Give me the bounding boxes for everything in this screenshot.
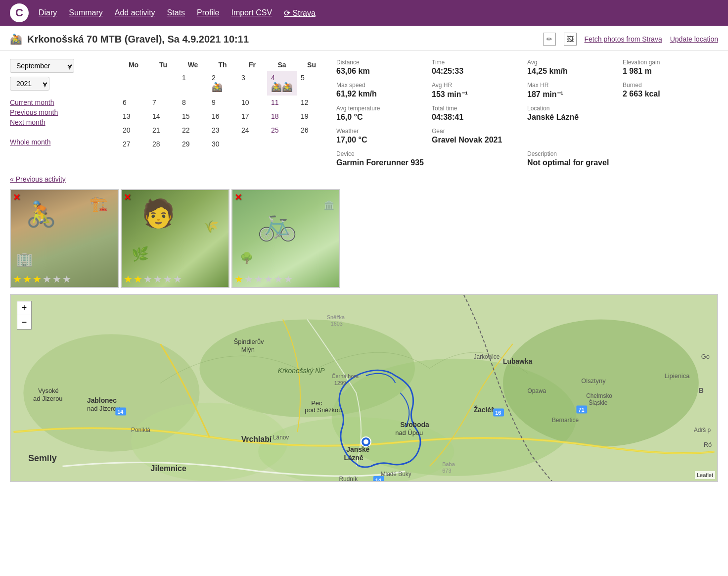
svg-text:ad Jizerou: ad Jizerou <box>33 395 62 402</box>
calendar-cell[interactable]: 13 <box>119 109 148 123</box>
stat-avg-temp: Avg temperature 16,0 °C <box>336 105 432 122</box>
nav-import-csv[interactable]: Import CSV <box>231 8 272 17</box>
previous-activity-link[interactable]: « Previous activity <box>10 175 66 183</box>
svg-text:1299: 1299 <box>334 380 346 386</box>
nav-strava[interactable]: ⟳ Strava <box>284 8 316 18</box>
zoom-in-button[interactable]: + <box>17 301 31 315</box>
calendar-cell[interactable]: 7 <box>148 96 178 109</box>
app-logo: C <box>10 3 29 22</box>
calendar-cell[interactable]: 20 <box>119 123 148 137</box>
calendar-cell[interactable]: 27 <box>119 137 148 151</box>
calendar-links: Current month Previous month Next month … <box>10 98 109 146</box>
calendar-cell[interactable]: 3 <box>237 71 267 96</box>
calendar-cell[interactable]: 10 <box>237 96 267 109</box>
map-zoom-controls: + − <box>17 301 32 330</box>
calendar-cell[interactable]: 29 <box>178 137 208 151</box>
calendar-cell[interactable]: 1 <box>178 71 208 96</box>
calendar-cell[interactable]: 16 <box>208 109 237 123</box>
calendar-cell[interactable]: 26 <box>297 123 326 137</box>
svg-text:Jilemnice: Jilemnice <box>151 464 186 473</box>
calendar-cell[interactable]: 21 <box>148 123 178 137</box>
svg-text:Jablonec: Jablonec <box>87 396 117 404</box>
stat-gear: Gear Gravel Novak 2021 <box>432 128 718 144</box>
stat-weather: Weather 17,00 °C <box>336 128 432 144</box>
stat-location: Location Janské Lázně <box>527 105 718 122</box>
calendar-cell[interactable]: 18 <box>267 109 297 123</box>
nav-profile[interactable]: Profile <box>197 8 219 17</box>
next-month-link[interactable]: Next month <box>10 118 109 126</box>
svg-text:Go: Go <box>701 353 710 360</box>
calendar-grid: Mo Tu We Th Fr Sa Su 12🚵34🚵🚵567891011121… <box>119 59 326 167</box>
cal-header-we: We <box>178 59 208 71</box>
zoom-out-button[interactable]: − <box>17 315 31 329</box>
photo-delete-1[interactable]: ✕ <box>13 192 20 203</box>
update-location-link[interactable]: Update location <box>670 35 718 43</box>
stat-distance: Distance 63,06 km <box>336 59 432 76</box>
calendar-cell[interactable]: 15 <box>178 109 208 123</box>
calendar-cell[interactable]: 5 <box>297 71 326 96</box>
calendar-cell[interactable]: 25 <box>267 123 297 137</box>
calendar-cell <box>119 71 148 96</box>
svg-text:Svoboda: Svoboda <box>400 421 429 429</box>
svg-text:14: 14 <box>117 409 123 415</box>
calendar-cell[interactable]: 9 <box>208 96 237 109</box>
stats-grid: Distance 63,06 km Time 04:25:33 Avg 14,2… <box>336 59 718 167</box>
svg-text:Krkonošský NP: Krkonošský NP <box>278 367 325 375</box>
photo-card-3: 🚲 🌳 🏛️ ✕ ★ ★ ★ ★ ★ ★ <box>231 189 340 288</box>
svg-text:Sněžka: Sněžka <box>327 314 345 320</box>
svg-text:Śląskie: Śląskie <box>589 399 608 406</box>
nav-summary[interactable]: Summary <box>69 8 102 17</box>
photo-button[interactable]: 🖼 <box>564 33 577 46</box>
whole-month-link[interactable]: Whole month <box>10 138 109 146</box>
calendar-cell[interactable]: 30 <box>208 137 237 151</box>
svg-text:Vysoké: Vysoké <box>38 387 59 394</box>
stat-max-hr: Max HR 187 min⁻¹ <box>527 82 623 99</box>
calendar-sidebar: JanuaryFebruaryMarch AprilMayJune JulyAu… <box>10 59 109 167</box>
stat-total-time: Total time 04:38:41 <box>432 105 527 122</box>
year-select-wrapper: 2019202020212022 <box>10 77 49 95</box>
previous-month-link[interactable]: Previous month <box>10 108 109 116</box>
current-month-link[interactable]: Current month <box>10 98 109 106</box>
cal-header-su: Su <box>297 59 326 71</box>
svg-text:nad Jizerou: nad Jizerou <box>87 405 120 412</box>
nav-add-activity[interactable]: Add activity <box>115 8 155 17</box>
calendar-cell[interactable]: 8 <box>178 96 208 109</box>
calendar-cell[interactable]: 23 <box>208 123 237 137</box>
nav-stats[interactable]: Stats <box>167 8 185 17</box>
fetch-photos-link[interactable]: Fetch photos from Strava <box>585 35 662 43</box>
calendar-cell <box>267 137 297 151</box>
calendar-cell[interactable]: 22 <box>178 123 208 137</box>
month-select[interactable]: JanuaryFebruaryMarch AprilMayJune JulyAu… <box>10 59 74 73</box>
svg-text:Lánov: Lánov <box>273 434 289 441</box>
svg-text:Lipienica: Lipienica <box>665 372 690 380</box>
calendar-cell[interactable]: 12 <box>297 96 326 109</box>
calendar-cell[interactable]: 11 <box>267 96 297 109</box>
activity-actions: ✏ 🖼 Fetch photos from Strava Update loca… <box>543 33 718 46</box>
calendar-cell[interactable]: 4🚵🚵 <box>267 71 297 96</box>
photo-stars-2: ★ ★ ★ ★ ★ ★ <box>124 273 182 285</box>
calendar-cell[interactable]: 19 <box>297 109 326 123</box>
month-select-wrapper: JanuaryFebruaryMarch AprilMayJune JulyAu… <box>10 59 74 77</box>
calendar-cell[interactable]: 17 <box>237 109 267 123</box>
photo-delete-3[interactable]: ✕ <box>234 192 242 203</box>
calendar-cell[interactable]: 14 <box>148 109 178 123</box>
cal-header-sa: Sa <box>267 59 297 71</box>
stat-device: Device Garmin Forerunner 935 <box>336 150 527 167</box>
main-content: JanuaryFebruaryMarch AprilMayJune JulyAu… <box>0 51 728 175</box>
calendar-cell[interactable]: 28 <box>148 137 178 151</box>
photo-delete-2[interactable]: ✕ <box>124 192 131 203</box>
calendar-cell[interactable]: 24 <box>237 123 267 137</box>
calendar-cell[interactable]: 6 <box>119 96 148 109</box>
map-credit: Leaflet <box>695 471 715 479</box>
year-select[interactable]: 2019202020212022 <box>10 77 49 91</box>
edit-button[interactable]: ✏ <box>543 33 556 46</box>
svg-text:Černá hora: Černá hora <box>332 373 359 379</box>
svg-text:pod Sněžkou: pod Sněžkou <box>305 406 342 414</box>
map-svg: Jablonec nad Jizerou Špindlerův Mlýn Krk… <box>11 295 717 481</box>
svg-text:Adrš p: Adrš p <box>694 427 711 433</box>
svg-text:14: 14 <box>375 478 381 481</box>
nav-diary[interactable]: Diary <box>39 8 57 17</box>
photo-card-1: 🚴 🏗️ 🏢 ✕ ★ ★ ★ ★ ★ ★ <box>10 189 119 288</box>
svg-text:71: 71 <box>578 407 584 413</box>
calendar-cell[interactable]: 2🚵 <box>208 71 237 96</box>
